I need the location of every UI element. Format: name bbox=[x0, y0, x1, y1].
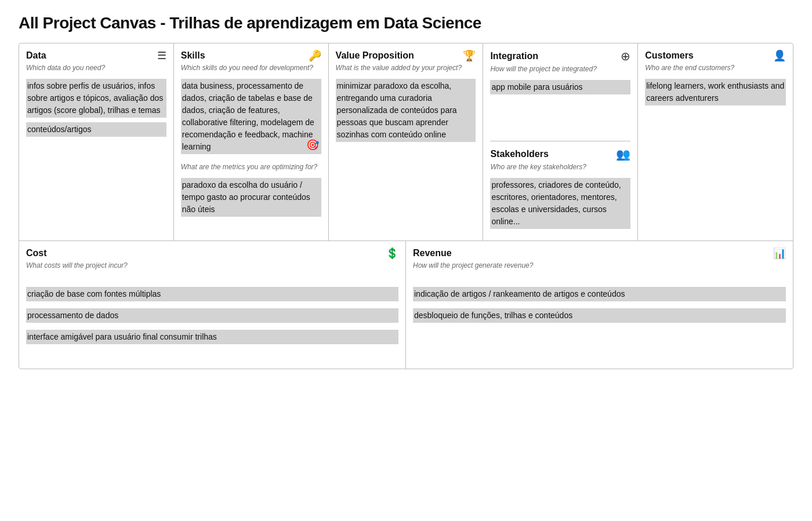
integration-inner: Integration ⊕ How will the project be in… bbox=[490, 49, 630, 234]
data-card: Data ☰ Which data do you need? infos sob… bbox=[19, 43, 174, 241]
skills-title: Skills bbox=[181, 50, 205, 61]
data-text1: infos sobre perfis de usuários, infos so… bbox=[26, 79, 166, 118]
value-icon: 🏆 bbox=[463, 49, 476, 62]
integration-card: Integration ⊕ How will the project be in… bbox=[483, 43, 638, 241]
stakeholders-title: Stakeholders bbox=[490, 149, 548, 159]
data-text2: conteúdos/artigos bbox=[26, 122, 166, 137]
skills-subtitle2: What are the metrics you are optimizing … bbox=[181, 162, 321, 172]
integration-title: Integration bbox=[490, 51, 538, 61]
skills-card-header: Skills 🔑 bbox=[181, 49, 321, 62]
customers-icon: 👤 bbox=[773, 49, 786, 62]
data-title: Data bbox=[26, 50, 46, 61]
customers-subtitle: Who are the end customers? bbox=[645, 63, 786, 73]
cost-text1: criação de base com fontes múltiplas bbox=[26, 287, 398, 301]
value-text1: minimizar paradoxo da escolha, entregand… bbox=[336, 79, 476, 142]
cost-icon: 💲 bbox=[386, 247, 398, 260]
revenue-title: Revenue bbox=[413, 248, 452, 258]
stakeholders-icon: 👥 bbox=[616, 147, 630, 161]
top-grid: Data ☰ Which data do you need? infos sob… bbox=[19, 43, 793, 241]
customers-title: Customers bbox=[645, 50, 694, 61]
skills-icon2: 🎯 bbox=[306, 137, 319, 153]
value-title: Value Proposition bbox=[336, 50, 414, 61]
cost-card: Cost 💲 What costs will the project incur… bbox=[19, 241, 406, 369]
customers-card: Customers 👤 Who are the end customers? l… bbox=[638, 43, 793, 241]
stakeholders-header: Stakeholders 👥 bbox=[490, 147, 630, 161]
canvas-board: Data ☰ Which data do you need? infos sob… bbox=[19, 43, 793, 369]
data-subtitle: Which data do you need? bbox=[26, 63, 166, 73]
skills-icon: 🔑 bbox=[309, 49, 321, 62]
integration-icon: ⊕ bbox=[621, 49, 630, 63]
customers-text1: lifelong learners, work enthusiasts and … bbox=[645, 79, 786, 105]
cost-subtitle: What costs will the project incur? bbox=[26, 261, 398, 271]
value-subtitle: What is the value added by your project? bbox=[336, 63, 476, 73]
revenue-text2: desbloqueio de funções, trilhas e conteú… bbox=[413, 308, 786, 323]
revenue-card: Revenue 📊 How will the project generate … bbox=[406, 241, 793, 369]
skills-card: Skills 🔑 Which skills do you need for de… bbox=[174, 43, 329, 241]
skills-text2: paradoxo da escolha do usuário / tempo g… bbox=[181, 178, 321, 217]
cost-text2: processamento de dados bbox=[26, 308, 398, 323]
skills-text1: data business, processamento de dados, c… bbox=[181, 79, 321, 154]
data-card-header: Data ☰ bbox=[26, 49, 166, 62]
data-icon: ☰ bbox=[157, 49, 166, 62]
integration-top: Integration ⊕ How will the project be in… bbox=[490, 49, 630, 141]
page-title: All Project Canvas - Trilhas de aprendiz… bbox=[19, 14, 793, 32]
bottom-grid: Cost 💲 What costs will the project incur… bbox=[19, 241, 793, 369]
integration-text1: app mobile para usuários bbox=[490, 80, 630, 94]
revenue-text1: indicação de artigos / rankeamento de ar… bbox=[413, 287, 786, 301]
integration-bottom: Stakeholders 👥 Who are the key stakehold… bbox=[490, 147, 630, 234]
revenue-subtitle: How will the project generate revenue? bbox=[413, 261, 786, 271]
stakeholders-subtitle: Who are the key stakeholders? bbox=[490, 162, 630, 172]
skills-subtitle: Which skills do you need for development… bbox=[181, 63, 321, 73]
revenue-card-header: Revenue 📊 bbox=[413, 247, 786, 260]
cost-text3: interface amigável para usuário final co… bbox=[26, 330, 398, 344]
cost-title: Cost bbox=[26, 248, 47, 258]
integration-subtitle: How will the project be integrated? bbox=[490, 64, 630, 74]
stakeholders-text2: professores, criadores de conteúdo, escr… bbox=[490, 178, 630, 229]
value-card: Value Proposition 🏆 What is the value ad… bbox=[329, 43, 484, 241]
customers-card-header: Customers 👤 bbox=[645, 49, 786, 62]
cost-card-header: Cost 💲 bbox=[26, 247, 398, 260]
revenue-icon: 📊 bbox=[773, 247, 786, 260]
value-card-header: Value Proposition 🏆 bbox=[336, 49, 476, 62]
integration-header: Integration ⊕ bbox=[490, 49, 630, 63]
